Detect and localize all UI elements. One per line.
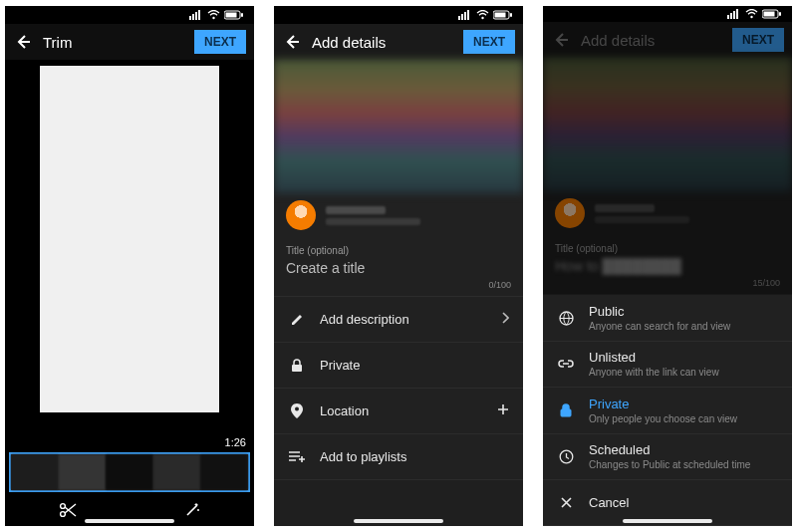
location-icon xyxy=(288,403,306,418)
plus-icon xyxy=(497,403,509,418)
svg-rect-13 xyxy=(467,10,469,20)
status-bar xyxy=(274,6,523,24)
title-input[interactable]: Create a title xyxy=(286,260,511,276)
wifi-icon xyxy=(207,10,220,20)
svg-rect-12 xyxy=(464,12,466,20)
title-counter: 0/100 xyxy=(286,280,511,290)
playlist-add-icon xyxy=(288,451,306,463)
option-public[interactable]: PublicAnyone can search for and view xyxy=(543,295,792,341)
svg-rect-26 xyxy=(764,12,775,17)
signal-icon xyxy=(189,10,203,20)
option-private[interactable]: PrivateOnly people you choose can view xyxy=(543,388,792,433)
avatar xyxy=(555,198,585,228)
next-button[interactable]: NEXT xyxy=(194,30,246,54)
next-button: NEXT xyxy=(732,28,784,52)
row-label: Location xyxy=(320,403,483,418)
option-label: Cancel xyxy=(589,495,778,510)
avatar xyxy=(286,200,316,230)
link-icon xyxy=(557,359,575,369)
svg-rect-2 xyxy=(195,12,197,20)
row-label: Add to playlists xyxy=(320,449,509,464)
battery-icon xyxy=(493,10,513,20)
svg-rect-6 xyxy=(226,13,237,18)
svg-rect-29 xyxy=(561,409,571,416)
svg-point-19 xyxy=(295,407,299,411)
option-scheduled[interactable]: ScheduledChanges to Public at scheduled … xyxy=(543,434,792,480)
home-indicator xyxy=(623,519,712,523)
option-unlisted[interactable]: UnlistedAnyone with the link can view xyxy=(543,342,792,388)
details-body: Title (optional) Create a title 0/100 Ad… xyxy=(274,60,523,526)
back-icon[interactable] xyxy=(282,32,302,52)
svg-rect-20 xyxy=(727,15,729,19)
svg-rect-27 xyxy=(779,12,781,16)
option-sub: Changes to Public at scheduled time xyxy=(589,459,778,470)
svg-rect-10 xyxy=(458,16,460,20)
screen-privacy-sheet: Add details NEXT Title (optional) How to… xyxy=(543,6,792,526)
status-bar xyxy=(5,6,254,24)
svg-rect-11 xyxy=(461,14,463,20)
app-bar: Add details NEXT xyxy=(543,22,792,58)
user-info xyxy=(326,206,420,225)
svg-point-14 xyxy=(481,17,483,19)
user-row xyxy=(274,193,523,237)
option-sub: Anyone with the link can view xyxy=(589,367,778,378)
row-description[interactable]: Add description xyxy=(274,297,523,343)
wifi-icon xyxy=(476,10,489,20)
option-sub: Anyone can search for and view xyxy=(589,321,778,332)
svg-rect-7 xyxy=(241,13,243,17)
title-counter: 15/100 xyxy=(555,278,780,288)
battery-icon xyxy=(762,9,782,19)
status-bar xyxy=(543,6,792,22)
option-sub: Only people you choose can view xyxy=(589,413,778,424)
svg-point-9 xyxy=(61,511,66,516)
home-indicator xyxy=(85,519,174,523)
screen-add-details: Add details NEXT Title (optional) Create… xyxy=(274,6,523,526)
pencil-icon xyxy=(288,313,306,327)
title-field[interactable]: Title (optional) Create a title 0/100 xyxy=(274,237,523,297)
title-label: Title (optional) xyxy=(555,243,780,254)
screen-title: Trim xyxy=(43,34,184,51)
dimmed-background: Add details NEXT Title (optional) How to… xyxy=(543,22,792,295)
video-thumbnail xyxy=(543,58,792,191)
row-label: Private xyxy=(320,358,509,373)
signal-icon xyxy=(727,9,741,19)
row-playlists[interactable]: Add to playlists xyxy=(274,434,523,480)
scissors-icon[interactable] xyxy=(58,502,78,521)
svg-point-24 xyxy=(750,16,752,18)
title-label: Title (optional) xyxy=(286,245,511,256)
screen-trim: Trim NEXT 1:26 xyxy=(5,6,254,526)
svg-rect-21 xyxy=(730,13,732,19)
svg-rect-17 xyxy=(510,13,512,17)
chevron-right-icon xyxy=(501,312,509,327)
clock-icon xyxy=(557,449,575,464)
next-button[interactable]: NEXT xyxy=(463,30,515,54)
row-location[interactable]: Location xyxy=(274,389,523,434)
lock-icon xyxy=(557,403,575,417)
lock-icon xyxy=(288,359,306,373)
back-icon xyxy=(551,30,571,50)
svg-rect-23 xyxy=(736,9,738,19)
user-row xyxy=(543,191,792,235)
option-label: Unlisted xyxy=(589,350,778,365)
svg-rect-1 xyxy=(192,14,194,20)
battery-icon xyxy=(224,10,244,20)
magic-wand-icon[interactable] xyxy=(183,501,201,522)
trim-area: 1:26 xyxy=(5,60,254,526)
back-icon[interactable] xyxy=(13,32,33,52)
option-label: Scheduled xyxy=(589,442,778,457)
title-field: Title (optional) How to ████████ 15/100 xyxy=(543,235,792,295)
title-input: How to ████████ xyxy=(555,258,780,274)
svg-rect-22 xyxy=(733,11,735,19)
trim-timeline[interactable] xyxy=(9,452,250,492)
app-bar: Trim NEXT xyxy=(5,24,254,60)
video-preview[interactable] xyxy=(40,66,219,412)
svg-rect-3 xyxy=(198,10,200,20)
video-duration: 1:26 xyxy=(225,436,246,448)
signal-icon xyxy=(458,10,472,20)
option-label: Private xyxy=(589,397,778,411)
svg-point-8 xyxy=(61,503,66,508)
video-thumbnail[interactable] xyxy=(274,60,523,193)
svg-rect-0 xyxy=(189,16,191,20)
wifi-icon xyxy=(745,9,758,19)
row-privacy[interactable]: Private xyxy=(274,343,523,389)
